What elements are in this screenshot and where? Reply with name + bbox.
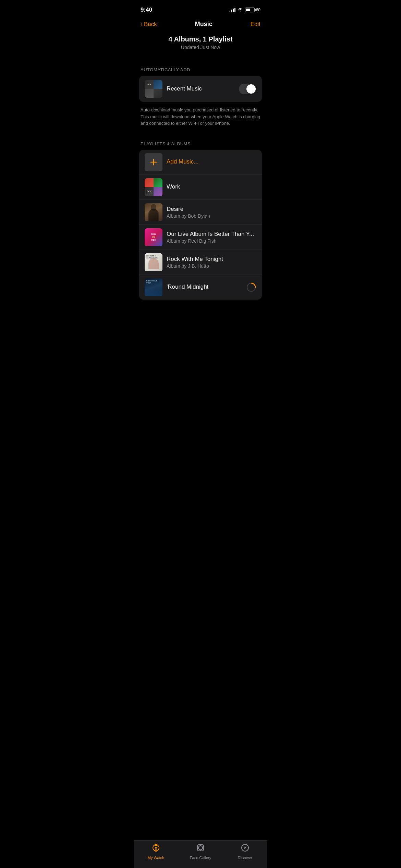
reel-big-fish-title: Our Live Album Is Better Than Y... [167,231,256,238]
signal-bars-icon [229,8,235,12]
work-thumb: DCX [145,178,162,196]
reel-big-fish-subtitle: Album by Reel Big Fish [167,238,256,244]
recent-music-thumb: DCX [145,80,162,98]
summary-section: 4 Albums, 1 Playlist Updated Just Now [134,32,267,60]
desire-title: Desire [167,206,256,213]
chevron-left-icon: ‹ [141,21,143,28]
edit-button[interactable]: Edit [251,21,260,28]
page-title: Music [195,21,212,28]
auto-add-description: Auto-download music you purchased or lis… [134,102,267,135]
status-bar: 9:40 6 [134,0,267,18]
back-button[interactable]: ‹ Back [141,21,157,28]
desire-subtitle: Album by Bob Dylan [167,213,256,219]
thumb-cell-2 [154,80,162,89]
desire-item[interactable]: Desire Album by Bob Dylan [139,200,262,225]
summary-title: 4 Albums, 1 Playlist [141,35,260,43]
jb-hutto-subtitle: Album by J.B. Hutto [167,263,256,269]
status-icons: 60 [229,7,260,13]
status-time: 9:40 [141,7,152,13]
jb-hutto-item[interactable]: J.B. Hutto &the New Hawks Rock With Me T… [139,250,262,275]
playlists-section-header: PLAYLISTS & ALBUMS [134,138,267,150]
add-music-text: Add Music... [167,158,256,166]
round-midnight-title: 'Round Midnight [167,284,242,290]
recent-music-toggle[interactable] [239,84,256,94]
playlists-list: Add Music... DCX Work [139,150,262,300]
round-midnight-text: 'Round Midnight [167,284,242,291]
add-music-item[interactable]: Add Music... [139,150,262,175]
reel-big-fish-text: Our Live Album Is Better Than Y... Album… [167,231,256,244]
recent-music-row[interactable]: DCX Recent Music [139,76,262,102]
round-midnight-thumb: THELONIOUSMONK [145,278,162,296]
auto-add-section-header: AUTOMATICALLY ADD [134,67,267,76]
recent-music-label: Recent Music [167,85,235,92]
battery-percent: 60 [256,8,260,12]
jb-hutto-text: Rock With Me Tonight Album by J.B. Hutto [167,256,256,269]
work-text: Work [167,183,256,191]
plus-icon [145,153,162,171]
download-progress-icon [246,282,256,292]
thumb-cell-1: DCX [145,80,154,89]
desire-text: Desire Album by Bob Dylan [167,206,256,219]
reel-big-fish-item[interactable]: REEL BIG FISH Our Live Album Is Better T… [139,225,262,250]
thumb-cell-4 [154,89,162,98]
nav-header: ‹ Back Music Edit [134,18,267,32]
summary-subtitle: Updated Just Now [141,45,260,50]
jb-hutto-thumb: J.B. Hutto &the New Hawks [145,253,162,271]
desire-thumb [145,203,162,221]
jb-hutto-title: Rock With Me Tonight [167,256,256,263]
thumb-cell-3 [145,89,154,98]
add-music-title: Add Music... [167,158,256,165]
toggle-knob [246,84,256,94]
reel-big-fish-thumb: REEL BIG FISH [145,228,162,246]
battery-icon: 60 [245,8,260,12]
work-title: Work [167,183,256,190]
work-item[interactable]: DCX Work [139,175,262,200]
auto-add-card: DCX Recent Music [139,76,262,102]
add-music-thumb [145,153,162,171]
round-midnight-item[interactable]: THELONIOUSMONK 'Round Midnight [139,275,262,300]
wifi-icon [238,7,243,13]
